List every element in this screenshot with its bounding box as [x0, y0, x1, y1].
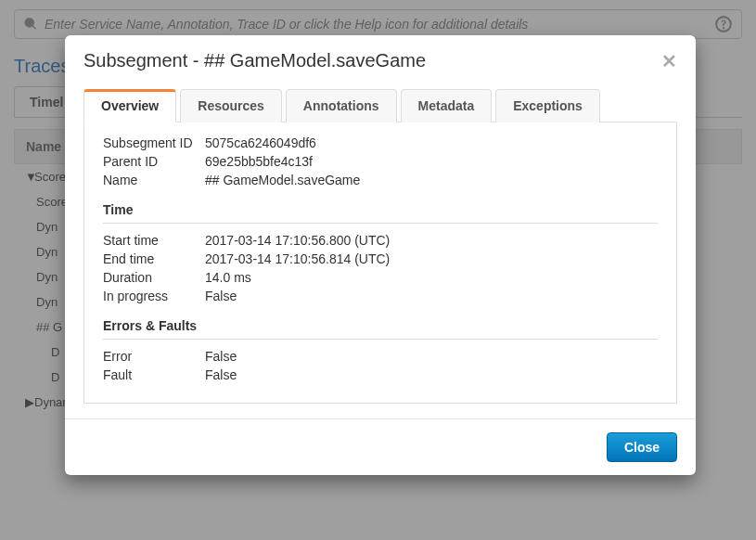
close-button[interactable]: Close — [607, 432, 677, 462]
modal-footer: Close — [65, 418, 696, 475]
tab-annotations[interactable]: Annotations — [286, 89, 397, 122]
fault-label: Fault — [103, 367, 205, 382]
start-time-label: Start time — [103, 233, 205, 248]
tab-content-overview: Subsegment ID 5075ca6246049df6 Parent ID… — [83, 122, 677, 404]
modal-header: Subsegment - ## GameModel.saveGame ✕ — [65, 35, 696, 88]
tab-resources[interactable]: Resources — [180, 89, 282, 122]
subsegment-modal: Subsegment - ## GameModel.saveGame ✕ Ove… — [65, 35, 696, 475]
end-time-value: 2017-03-14 17:10:56.814 (UTC) — [205, 251, 390, 266]
modal-body: Overview Resources Annotations Metadata … — [65, 88, 696, 415]
in-progress-value: False — [205, 289, 237, 303]
in-progress-label: In progress — [103, 289, 205, 303]
modal-title: Subsegment - ## GameModel.saveGame — [83, 50, 426, 71]
subsegment-id-value: 5075ca6246049df6 — [205, 135, 316, 150]
error-value: False — [205, 349, 237, 364]
fault-value: False — [205, 367, 237, 382]
time-section-title: Time — [103, 202, 658, 224]
duration-label: Duration — [103, 270, 205, 285]
end-time-label: End time — [103, 251, 205, 266]
name-value: ## GameModel.saveGame — [205, 173, 360, 187]
duration-value: 14.0 ms — [205, 270, 251, 285]
parent-id-label: Parent ID — [103, 154, 205, 169]
error-label: Error — [103, 349, 205, 364]
errors-section-title: Errors & Faults — [103, 318, 658, 340]
name-label: Name — [103, 173, 205, 187]
subsegment-id-label: Subsegment ID — [103, 135, 205, 150]
parent-id-value: 69e25bb5bfe4c13f — [205, 154, 313, 169]
start-time-value: 2017-03-14 17:10:56.800 (UTC) — [205, 233, 390, 248]
close-icon[interactable]: ✕ — [661, 52, 677, 71]
tab-metadata[interactable]: Metadata — [401, 89, 493, 122]
tab-exceptions[interactable]: Exceptions — [495, 89, 600, 122]
tab-overview[interactable]: Overview — [83, 89, 176, 122]
tabs: Overview Resources Annotations Metadata … — [83, 88, 677, 122]
